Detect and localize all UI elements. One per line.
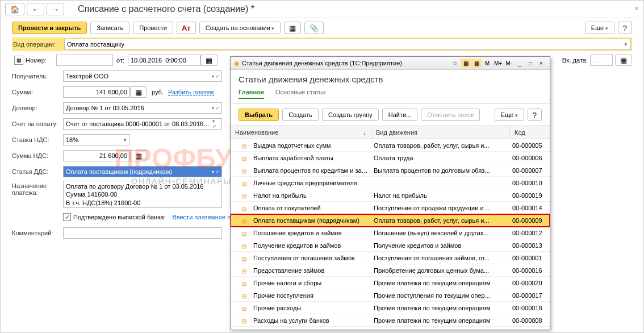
table-row[interactable]: Выдача подотчетных суммОплата товаров, р…	[231, 139, 550, 152]
cell-move: Выплата процентов по долговым обяз...	[371, 167, 510, 174]
confirmed-checkbox[interactable]: ✓	[63, 213, 71, 221]
vat-rate-label: Ставка НДС:	[12, 135, 63, 145]
cell-name: Прочие налоги и сборы	[231, 280, 371, 286]
fav-icon[interactable]: ☆	[450, 59, 460, 68]
mplus-icon[interactable]: M+	[493, 59, 503, 68]
table-body: Выдача подотчетных суммОплата товаров, р…	[231, 139, 550, 332]
sum-input[interactable]	[63, 86, 130, 98]
table-row[interactable]: Предоставление займовПриобретение долгов…	[231, 264, 550, 277]
vat-rate-select[interactable]: 18%▼	[63, 134, 130, 145]
vh-date-input[interactable]	[590, 55, 613, 66]
invoice-select[interactable]: Счет от поставщика 0000-000001 от 08.03.…	[63, 118, 222, 130]
payee-select[interactable]: Техстрой ООО▾ ⤢	[63, 70, 222, 82]
post-and-close-button[interactable]: Провести и закрыть	[12, 22, 87, 34]
table-row[interactable]: Личные средства предпринимателя00-000010	[231, 177, 550, 189]
back-button[interactable]: ←	[27, 3, 44, 15]
number-input[interactable]	[56, 55, 113, 66]
invoice-value: Счет от поставщика 0000-000001 от 08.03.…	[66, 120, 210, 127]
dk-button[interactable]: Aт	[177, 22, 196, 34]
vh-date-label: Вх. дата:	[562, 57, 588, 64]
create-group-button[interactable]: Создать группу	[322, 109, 379, 121]
purpose-textarea[interactable]: Оплата по договору Договор № 1 от 03.05.…	[63, 181, 222, 208]
dds-dialog: ◉ Статьи движения денежных средств (1С:П…	[230, 56, 550, 330]
cell-code: 00-000009	[510, 217, 550, 224]
tab-main[interactable]: Главное	[239, 86, 264, 99]
table-row[interactable]: Оплата поставщикам (подрядчикам)Оплата т…	[231, 214, 550, 227]
table-row[interactable]: Выплата заработной платыОплата труда00-0…	[231, 152, 550, 164]
forward-button[interactable]: →	[47, 3, 64, 15]
table-row[interactable]: Прочие налоги и сборыПрочие платежи по т…	[231, 277, 550, 289]
save-button[interactable]: Записать	[90, 22, 129, 34]
invoice-label: Счет на оплату:	[12, 119, 63, 129]
table-row[interactable]: Оплата от покупателейПоступление от прод…	[231, 202, 550, 214]
comment-input[interactable]	[63, 227, 222, 239]
vat-calc-button[interactable]: ▦	[130, 150, 147, 161]
col-code[interactable]: Код	[510, 126, 550, 139]
table-row[interactable]: Выплата процентов по кредитам и займамВы…	[231, 164, 550, 177]
cell-move: Поступление от продажи продукции и ...	[371, 205, 510, 211]
cell-name: Расходы на услуги банков	[231, 317, 371, 324]
op-type-select[interactable]: Оплата поставщику▼	[64, 39, 631, 50]
cal-icon[interactable]: ▦	[471, 59, 482, 68]
calc-icon[interactable]: ▦	[14, 56, 23, 65]
print-button[interactable]: ▦	[284, 22, 301, 34]
close-dialog-icon[interactable]: ×	[536, 59, 546, 68]
table-row[interactable]: Получение кредитов и займовПолучение кре…	[231, 239, 550, 252]
cell-code: 00-000013	[510, 242, 550, 249]
payee-value: Техстрой ООО	[66, 73, 108, 80]
from-label: от:	[116, 57, 124, 64]
dds-select[interactable]: Оплата поставщикам (подрядчикам)▾ ⤢	[63, 166, 222, 177]
contract-select[interactable]: Договор № 1 от 03.05.2016▾ ⤢	[63, 102, 222, 114]
cell-move: Получение кредитов и займов	[371, 242, 510, 249]
cell-move: Прочие поступления по текущим опер...	[371, 292, 510, 299]
select-button[interactable]: Выбрать	[239, 109, 279, 121]
date-input[interactable]	[128, 55, 200, 66]
vh-date-cal-button[interactable]: ▦	[615, 55, 632, 66]
attach-button[interactable]: 📎	[304, 22, 324, 34]
table-row[interactable]: Поступления от погашения займовПоступлен…	[231, 252, 550, 264]
calendar-button[interactable]: ▦	[200, 55, 218, 66]
cell-code: 00-000017	[510, 292, 550, 299]
create-based-button[interactable]: Создать на основании	[199, 22, 281, 34]
help-button[interactable]: ?	[618, 22, 632, 34]
table-row[interactable]: Погашение кредитов и займовПогашение (вы…	[231, 227, 550, 239]
cell-code: 00-000007	[510, 167, 550, 174]
col-move[interactable]: Вид движения	[371, 126, 510, 139]
table-row[interactable]: Расходы на услуги банковПрочие платежи п…	[231, 314, 550, 327]
more-button[interactable]: Еще	[585, 22, 614, 34]
sort-icon: ↓	[363, 129, 367, 136]
calc2-icon[interactable]: ▦	[461, 59, 471, 68]
cell-code: 00-000014	[510, 205, 550, 211]
dialog-more-button[interactable]: Еще	[495, 109, 524, 121]
m-icon[interactable]: M	[482, 59, 492, 68]
mminus-icon[interactable]: M-	[504, 59, 514, 68]
contract-value: Договор № 1 от 03.05.2016	[66, 105, 144, 111]
close-icon[interactable]: ×	[634, 4, 639, 13]
cancel-find-button[interactable]: Отменить поиск	[421, 109, 480, 121]
tab-other[interactable]: Основные статьи	[275, 86, 325, 99]
dds-value: Оплата поставщикам (подрядчикам)	[66, 168, 172, 175]
post-button[interactable]: Провести	[133, 22, 173, 34]
cell-code: 00-000005	[510, 142, 550, 149]
create-button[interactable]: Создать	[282, 109, 319, 121]
cell-name: Оплата от покупателей	[231, 205, 371, 211]
table-row[interactable]: Налог на прибыльНалог на прибыль00-00001…	[231, 189, 550, 202]
table-row[interactable]: Прочие поступленияПрочие поступления по …	[231, 289, 550, 302]
vat-sum-input[interactable]	[63, 150, 130, 161]
table-row[interactable]: Прочие расходыПрочие платежи по текущим …	[231, 302, 550, 314]
cell-code: 00-000001	[510, 255, 550, 261]
cell-move: Налог на прибыль	[371, 192, 510, 199]
home-button[interactable]: 🏠	[5, 3, 24, 15]
col-name[interactable]: Наименование↓	[231, 126, 371, 139]
cell-name: Выплата заработной платы	[231, 155, 371, 161]
cell-name: Прочие поступления	[231, 292, 371, 299]
split-payment-link[interactable]: Разбить платеж	[168, 89, 214, 96]
cell-move: Прочие платежи по текущим операциям	[371, 305, 510, 311]
dialog-help-button[interactable]: ?	[528, 109, 542, 121]
maximize-icon[interactable]: □	[525, 59, 536, 68]
find-button[interactable]: Найти...	[382, 109, 418, 121]
sum-calc-button[interactable]: ▦	[130, 86, 147, 98]
minimize-icon[interactable]: _	[515, 59, 525, 68]
cell-move: Оплата труда	[371, 155, 510, 161]
num-label: Номер:	[26, 55, 56, 65]
